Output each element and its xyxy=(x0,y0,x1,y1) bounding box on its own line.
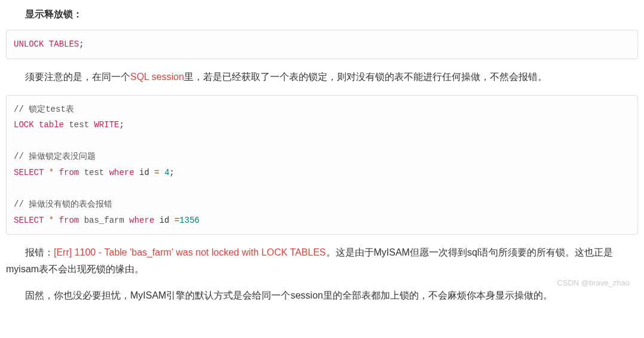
comment-1: // 锁定test表 xyxy=(14,105,74,114)
kw-select: SELECT xyxy=(14,168,44,177)
p1-sql-session: SQL session xyxy=(130,72,184,82)
paragraph-1: 须要注意的是，在同一个SQL session里，若是已经获取了一个表的锁定，则对… xyxy=(6,69,638,85)
paragraph-2: 报错：[Err] 1100 - Table 'bas_farm' was not… xyxy=(6,244,638,278)
col-id: id xyxy=(139,168,149,177)
op-star2: * xyxy=(49,216,54,225)
comment-2: // 操做锁定表没问题 xyxy=(14,152,96,161)
kw-lock: LOCK xyxy=(14,120,34,130)
section-title: 显示释放锁： xyxy=(6,6,638,23)
p1-a: 须要注意的是，在同一个 xyxy=(25,72,130,82)
num-4: 4 xyxy=(164,168,169,177)
kw-from: from xyxy=(59,168,79,177)
kw-select2: SELECT xyxy=(14,216,44,225)
semi: ; xyxy=(119,120,124,130)
kw-from2: from xyxy=(59,216,79,225)
p2-a: 报错： xyxy=(25,247,54,257)
kw-where2: where xyxy=(129,216,154,225)
tbl-basfarm: bas_farm xyxy=(84,216,124,225)
comment-3: // 操做没有锁的表会报错 xyxy=(14,199,112,209)
tbl-test2: test xyxy=(84,168,105,177)
tbl-test: test xyxy=(69,120,89,130)
op-eq: = xyxy=(154,168,159,177)
p1-c: 里，若是已经获取了一个表的锁定，则对没有锁的表不能进行任何操做，不然会报错。 xyxy=(184,72,547,82)
kw-unlock: UNLOCK xyxy=(14,39,44,49)
kw-where: where xyxy=(109,168,134,177)
col-id2: id xyxy=(160,216,170,225)
kw-write: WRITE xyxy=(94,120,119,130)
code-block-lock-example: // 锁定test表 LOCK table test WRITE; // 操做锁… xyxy=(6,95,638,235)
op-star: * xyxy=(49,168,54,177)
num-1356: 1356 xyxy=(179,216,200,225)
p2-err: [Err] 1100 - Table 'bas_farm' was not lo… xyxy=(54,247,326,257)
paragraph-3: 固然，你也没必要担忧，MyISAM引擎的默认方式是会给同一个session里的全… xyxy=(6,287,638,304)
kw-table: table xyxy=(39,120,64,130)
kw-tables: TABLES xyxy=(49,39,79,49)
p3-a: 固然，你也没必要担忧，MyISAM引擎的默认方式是会给同一个session里的全… xyxy=(25,290,553,300)
semi: ; xyxy=(170,168,174,177)
semi: ; xyxy=(79,39,84,49)
code-block-unlock: UNLOCK TABLES; xyxy=(6,30,638,59)
